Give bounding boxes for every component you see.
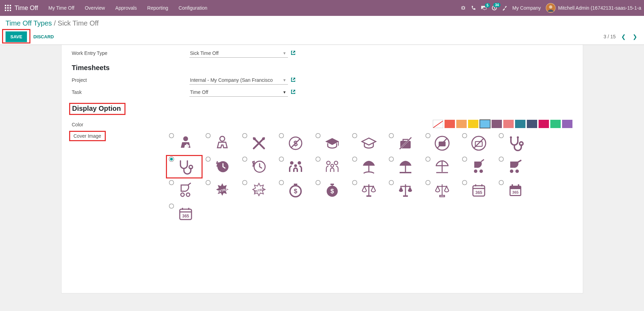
field-work-entry-type[interactable] (189, 49, 288, 58)
radio-icon[interactable] (352, 180, 357, 185)
radio-icon[interactable] (242, 156, 248, 162)
radio-icon[interactable] (205, 180, 211, 185)
cover-option-family-outline[interactable] (312, 155, 349, 178)
cover-option-stroller[interactable] (459, 155, 496, 178)
save-button[interactable]: SAVE (6, 31, 27, 42)
messages-icon[interactable]: 5 (481, 6, 487, 11)
radio-icon[interactable] (425, 133, 431, 138)
cover-option-graduation-cap-outline[interactable] (349, 132, 386, 155)
cover-option-stethoscope-alt[interactable] (166, 155, 203, 178)
menu-configuration[interactable]: Configuration (174, 3, 212, 13)
radio-icon[interactable] (279, 180, 284, 185)
color-swatch-orange[interactable] (456, 120, 467, 128)
cover-option-beach-umbrella[interactable] (349, 155, 386, 178)
cover-option-calendar-365-alt[interactable] (496, 178, 532, 202)
cover-option-calendar-365[interactable] (459, 178, 496, 202)
radio-icon[interactable] (242, 180, 248, 185)
radio-icon[interactable] (389, 180, 394, 185)
radio-icon[interactable] (242, 133, 248, 138)
cover-option-clock-back-outline[interactable] (239, 155, 276, 178)
external-link-icon[interactable] (291, 89, 296, 95)
external-link-icon[interactable] (291, 77, 296, 83)
radio-icon[interactable] (315, 133, 321, 138)
radio-icon[interactable] (169, 203, 174, 209)
user-menu[interactable]: Mitchell Admin (16742131-saas-15-1-a (546, 3, 641, 13)
cover-option-stopwatch-dollar-alt[interactable] (312, 178, 349, 202)
apps-icon[interactable] (3, 5, 13, 11)
cover-option-calendar-365-outline[interactable] (166, 202, 203, 225)
cover-option-person-arm-sling[interactable] (166, 132, 203, 155)
radio-icon[interactable] (425, 156, 431, 162)
radio-icon[interactable] (498, 180, 504, 185)
menu-overview[interactable]: Overview (80, 3, 110, 13)
menu-approvals[interactable]: Approvals (111, 3, 142, 13)
app-title[interactable]: Time Off (15, 4, 38, 12)
external-link-icon[interactable] (291, 50, 296, 56)
color-swatch-green[interactable] (550, 120, 561, 128)
radio-icon[interactable] (169, 156, 174, 162)
color-swatch-violet[interactable] (562, 120, 572, 128)
cover-option-crossed-utensils[interactable] (239, 132, 276, 155)
cover-option-no-briefcase-circle-outline[interactable] (459, 132, 496, 155)
radio-icon[interactable] (352, 133, 357, 138)
cover-option-family[interactable] (276, 155, 312, 178)
radio-icon[interactable] (352, 156, 357, 162)
field-project[interactable] (189, 76, 288, 85)
color-swatch-lightblue[interactable] (480, 120, 490, 128)
radio-icon[interactable] (389, 156, 394, 162)
cover-option-clock-back[interactable] (203, 155, 239, 178)
radio-icon[interactable] (425, 180, 431, 185)
cover-option-no-briefcase-circle[interactable] (422, 132, 459, 155)
cover-option-briefcase-slash[interactable] (386, 132, 422, 155)
color-swatch-yellow[interactable] (468, 120, 478, 128)
radio-icon[interactable] (279, 156, 284, 162)
field-task[interactable] (189, 88, 288, 97)
radio-icon[interactable] (462, 156, 467, 162)
radio-icon[interactable] (315, 180, 321, 185)
color-swatch-teal[interactable] (515, 120, 525, 128)
cover-option-burst-extra-outline[interactable] (239, 178, 276, 202)
discard-button[interactable]: DISCARD (33, 34, 54, 39)
radio-icon[interactable] (462, 133, 467, 138)
cover-option-person-arm-sling-outline[interactable] (203, 132, 239, 155)
cover-option-scales-alt[interactable] (386, 178, 422, 202)
cover-option-graduation-cap[interactable] (312, 132, 349, 155)
pager-prev[interactable]: ❮ (620, 33, 627, 40)
activities-icon[interactable]: 34 (492, 5, 497, 11)
menu-reporting[interactable]: Reporting (142, 3, 173, 13)
company-switcher[interactable]: My Company (512, 5, 541, 11)
tools-icon[interactable] (502, 5, 507, 11)
cover-option-scales[interactable] (349, 178, 386, 202)
pager-next[interactable]: ❯ (631, 33, 638, 40)
radio-icon[interactable] (315, 156, 321, 162)
radio-icon[interactable] (498, 156, 504, 162)
color-swatch-none[interactable] (433, 120, 443, 128)
cover-option-beach-umbrella-alt[interactable] (386, 155, 422, 178)
cover-option-no-dollar-circle[interactable] (276, 132, 312, 155)
radio-icon[interactable] (389, 133, 394, 138)
cover-option-stethoscope[interactable] (496, 132, 532, 155)
cover-option-stroller-alt[interactable] (496, 155, 532, 178)
radio-icon[interactable] (279, 133, 284, 138)
color-swatch-pink[interactable] (503, 120, 514, 128)
cover-option-beach-umbrella-outline[interactable] (422, 155, 459, 178)
cover-option-burst-extra[interactable] (203, 178, 239, 202)
cover-option-stopwatch-dollar[interactable] (276, 178, 312, 202)
radio-icon[interactable] (462, 180, 467, 185)
radio-icon[interactable] (169, 180, 174, 185)
color-swatch-magenta[interactable] (539, 120, 549, 128)
cover-option-scales-outline[interactable] (422, 178, 459, 202)
radio-icon[interactable] (205, 156, 211, 162)
radio-icon[interactable] (169, 133, 174, 138)
color-swatch-red[interactable] (445, 120, 455, 128)
color-swatch-purple[interactable] (492, 120, 502, 128)
phone-icon[interactable] (471, 6, 476, 11)
radio-icon[interactable] (205, 133, 211, 138)
pager-text[interactable]: 3 / 15 (604, 34, 616, 39)
radio-icon[interactable] (498, 133, 504, 138)
color-swatch-darkblue[interactable] (527, 120, 537, 128)
cover-option-stroller-outline[interactable] (166, 178, 203, 202)
debug-icon[interactable] (460, 5, 466, 11)
breadcrumb-parent[interactable]: Time Off Types (6, 19, 52, 27)
menu-my-time-off[interactable]: My Time Off (44, 3, 79, 13)
